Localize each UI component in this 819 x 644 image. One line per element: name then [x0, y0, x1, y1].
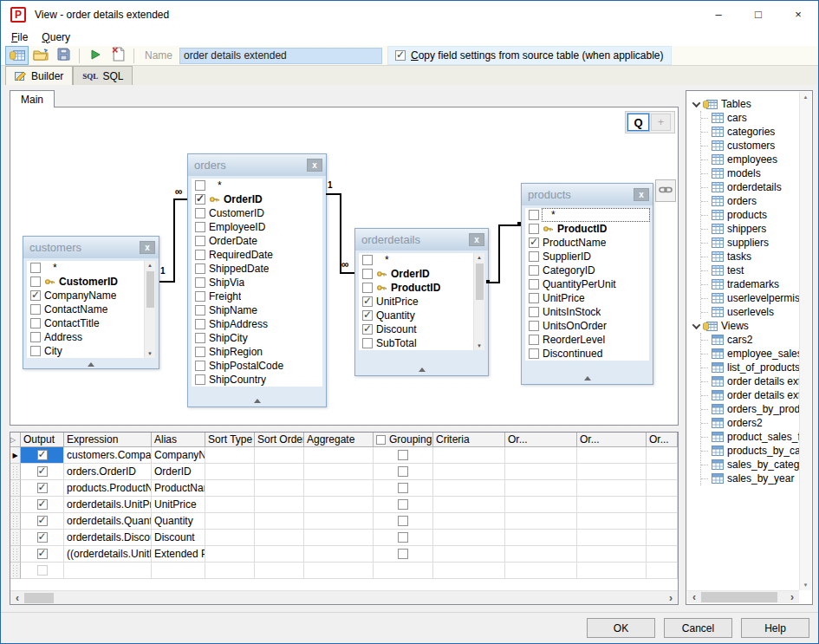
grid-cell[interactable] [577, 447, 647, 464]
field-checkbox[interactable] [529, 293, 539, 303]
output-cell[interactable] [21, 497, 64, 513]
grid-cell[interactable] [205, 563, 255, 579]
row-header[interactable] [10, 530, 21, 546]
field-checkbox[interactable] [362, 310, 373, 321]
output-checkbox[interactable] [37, 516, 48, 526]
field-checkbox[interactable] [362, 283, 373, 293]
field-row-ShipPostalCode[interactable]: ShipPostalCode [192, 359, 322, 373]
save-button[interactable] [52, 46, 75, 65]
field-row-ShipRegion[interactable]: ShipRegion [192, 345, 322, 359]
grid-cell[interactable] [64, 563, 152, 579]
minimize-button[interactable]: – [699, 1, 738, 28]
tree-item-products[interactable]: products [701, 208, 799, 222]
grid-cell[interactable] [152, 563, 205, 579]
field-checkbox[interactable] [529, 348, 539, 359]
grid-cell[interactable] [577, 497, 647, 513]
grid-cell[interactable] [433, 563, 505, 579]
grid-row[interactable]: orderdetails.QuantitQuantity [10, 513, 678, 530]
grid-cell[interactable] [505, 497, 577, 513]
grid-cell[interactable] [205, 464, 255, 480]
output-cell[interactable] [21, 447, 64, 464]
field-row-ShipName[interactable]: ShipName [192, 303, 322, 317]
field-checkbox[interactable] [195, 291, 205, 302]
grid-cell[interactable] [205, 497, 255, 513]
field-row-ContactName[interactable]: ContactName [27, 302, 143, 316]
field-row-star[interactable]: * [27, 261, 143, 275]
grid-cell[interactable] [505, 513, 577, 530]
scroll-thumb[interactable] [476, 263, 484, 300]
row-header[interactable] [10, 497, 21, 513]
grouping-cell[interactable] [374, 480, 433, 497]
grid-cell[interactable] [577, 513, 647, 530]
output-cell[interactable] [21, 563, 64, 579]
field-row-SupplierID[interactable]: SupplierID [525, 250, 649, 263]
grid-horizontal-scrollbar[interactable]: ‹ › [10, 590, 678, 604]
grid-cell[interactable] [647, 497, 678, 513]
grid-cell[interactable] [577, 546, 647, 563]
alias-cell[interactable]: OrderID [152, 464, 205, 480]
tree-item-suppliers[interactable]: suppliers [701, 236, 799, 250]
field-checkbox[interactable] [362, 255, 373, 265]
tree-item-orders2[interactable]: orders2 [701, 416, 799, 430]
grid-column-header-criteria[interactable]: Criteria [433, 433, 505, 447]
grid-column-header-grouping[interactable]: Grouping [374, 433, 433, 447]
expression-cell[interactable]: products.ProductNa [64, 480, 152, 497]
clear-button[interactable] [107, 46, 130, 65]
card-close-icon[interactable]: x [140, 241, 155, 254]
field-row-star[interactable]: * [359, 253, 472, 267]
field-checkbox[interactable] [195, 236, 205, 246]
field-row-Address[interactable]: Address [27, 330, 143, 344]
output-checkbox[interactable] [37, 565, 48, 576]
expression-cell[interactable]: ((orderdetails.UnitPr [64, 546, 152, 563]
field-row-ShippedDate[interactable]: ShippedDate [192, 262, 322, 276]
field-checkbox[interactable] [195, 374, 205, 385]
grid-cell[interactable] [304, 497, 374, 513]
grid-cell[interactable] [255, 563, 304, 579]
name-input[interactable] [179, 48, 382, 64]
field-row-Discontinued[interactable]: Discontinued [525, 347, 649, 361]
field-row-ShipCity[interactable]: ShipCity [192, 331, 322, 345]
maximize-button[interactable]: □ [738, 1, 778, 28]
tree-item-sales_by_catego[interactable]: sales_by_catego [701, 458, 799, 472]
tab-main[interactable]: Main [10, 90, 55, 107]
card-close-icon[interactable]: x [307, 159, 322, 172]
row-header[interactable] [10, 480, 21, 497]
grid-row[interactable]: ▶customers.CompanyCompanyNa [10, 447, 678, 464]
grid-cell[interactable] [205, 447, 255, 464]
field-checkbox[interactable] [529, 265, 539, 276]
tree-group-tables[interactable]: Tables [692, 97, 799, 111]
grid-cell[interactable] [647, 546, 678, 563]
grid-cell[interactable] [374, 563, 433, 579]
field-row-QuantityPerUnit[interactable]: QuantityPerUnit [525, 277, 649, 291]
grid-cell[interactable] [433, 513, 505, 530]
tree-item-customers[interactable]: customers [701, 139, 799, 153]
scroll-up-icon[interactable]: ▲ [803, 94, 809, 100]
field-row-OrderID[interactable]: OrderID [192, 192, 322, 206]
field-checkbox[interactable] [529, 251, 539, 262]
field-row-Freight[interactable]: Freight [192, 289, 322, 303]
tree-item-models[interactable]: models [701, 166, 799, 180]
field-row-ReorderLevel[interactable]: ReorderLevel [525, 333, 649, 347]
output-cell[interactable] [21, 546, 64, 563]
scroll-thumb[interactable] [146, 271, 154, 308]
output-cell[interactable] [21, 530, 64, 546]
scroll-down-icon[interactable]: ▼ [803, 582, 809, 588]
field-checkbox[interactable] [195, 222, 205, 232]
output-checkbox[interactable] [37, 483, 48, 493]
grouping-cell[interactable] [374, 546, 433, 563]
grid-cell[interactable] [577, 563, 647, 579]
field-checkbox[interactable] [529, 210, 539, 220]
field-checkbox[interactable] [529, 224, 539, 234]
card-collapse-button[interactable] [23, 358, 159, 370]
field-checkbox[interactable] [195, 194, 205, 205]
grid-row[interactable]: orderdetails.UnitPricUnitPrice [10, 497, 678, 513]
alias-cell[interactable]: Discount [152, 530, 205, 546]
grouping-checkbox[interactable] [398, 466, 408, 477]
grid-cell[interactable] [433, 447, 505, 464]
grid-cell[interactable] [647, 513, 678, 530]
grid-column-header-or[interactable]: Or... [647, 433, 678, 447]
field-row-CompanyName[interactable]: CompanyName [27, 289, 143, 302]
output-cell[interactable] [21, 480, 64, 497]
field-checkbox[interactable] [195, 347, 205, 357]
row-header[interactable] [10, 513, 21, 530]
